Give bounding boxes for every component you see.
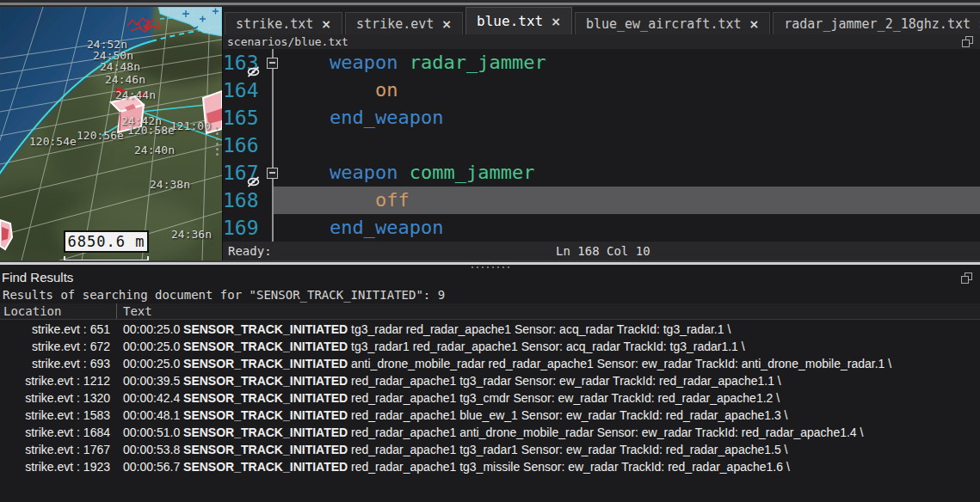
result-row[interactable]: strike.evt : 158300:00:48.1 SENSOR_TRACK… <box>0 407 980 424</box>
top-divider-bar <box>0 0 980 7</box>
map-grid-label: 120:56e <box>77 129 124 142</box>
breadcrumb-bar: scenarios/blue.txt <box>223 34 980 49</box>
code-line-text[interactable]: off <box>274 187 980 214</box>
code-line-166[interactable]: 166 <box>223 132 980 159</box>
editor-tab-blue-txt[interactable]: blue.txt× <box>465 7 572 34</box>
tab-close-icon[interactable]: × <box>749 18 760 30</box>
result-location: strike.evt : 693 <box>0 355 117 372</box>
map-grid-label: 24:48n <box>100 60 140 73</box>
line-number[interactable]: 168 <box>223 187 274 214</box>
line-number[interactable]: 163 <box>223 49 274 77</box>
result-text: 00:00:25.0 SENSOR_TRACK_INITIATED tg3_ra… <box>117 338 980 355</box>
result-text: 00:00:25.0 SENSOR_TRACK_INITIATED tg3_ra… <box>117 321 980 338</box>
result-row[interactable]: strike.evt : 168400:00:51.0 SENSOR_TRACK… <box>0 424 980 441</box>
map-grid-label: 121:00 <box>170 119 211 132</box>
tab-close-icon[interactable]: × <box>321 18 331 30</box>
tab-close-icon[interactable]: × <box>551 15 561 28</box>
map-scale-label: 6850.6 m <box>68 233 145 250</box>
code-line-text[interactable]: end_weapon <box>274 214 980 242</box>
result-location: strike.evt : 651 <box>0 321 117 338</box>
find-results-panel: Find Results Results of searching docume… <box>0 265 980 502</box>
result-row[interactable]: strike.evt : 176700:00:53.8 SENSOR_TRACK… <box>0 441 980 458</box>
result-location: strike.evt : 1320 <box>0 389 117 407</box>
line-number[interactable]: 167 <box>223 159 274 187</box>
float-panel-icon[interactable] <box>962 36 973 47</box>
tab-label: strike.txt <box>236 16 313 32</box>
application-window: 24:52n24:50n24:48n24:46n24:44n24:42n24:4… <box>0 0 980 502</box>
result-location: strike.evt : 672 <box>0 338 117 355</box>
column-header-text[interactable]: Text <box>117 303 152 319</box>
result-text: 00:00:48.1 SENSOR_TRACK_INITIATED red_ra… <box>117 407 980 424</box>
result-location: strike.evt : 1767 <box>0 441 117 458</box>
code-line-text[interactable]: end_weapon <box>274 104 980 132</box>
map-grid-label: 120:58e <box>127 124 175 137</box>
line-number[interactable]: 164 <box>223 77 274 104</box>
result-text: 00:00:56.7 SENSOR_TRACK_INITIATED red_ra… <box>117 458 980 475</box>
editor-statusbar: Ready: Ln 168 Col 10 <box>223 242 980 260</box>
result-row[interactable]: strike.evt : 67200:00:25.0 SENSOR_TRACK_… <box>0 338 980 355</box>
code-line-text[interactable] <box>274 132 980 159</box>
cursor-position-label: Ln 168 Col 10 <box>556 242 650 260</box>
result-location: strike.evt : 1684 <box>0 424 117 441</box>
results-table-header: Location Text <box>0 303 980 320</box>
editor-tab-blue-ew-aircraft-txt[interactable]: blue_ew_aircraft.txt× <box>575 12 770 34</box>
code-line-168[interactable]: 168 off <box>223 187 980 214</box>
line-number[interactable]: 165 <box>223 104 274 132</box>
tab-label: blue_ew_aircraft.txt <box>586 16 742 32</box>
map-grid-label: 24:36n <box>171 228 212 241</box>
column-header-location[interactable]: Location <box>0 303 117 319</box>
result-location: strike.evt : 1583 <box>0 407 117 424</box>
float-panel-icon[interactable] <box>961 272 972 284</box>
map-grid-label: 24:44n <box>115 89 156 101</box>
map-scale-indicator: 6850.6 m <box>64 230 149 253</box>
fold-collapse-icon[interactable] <box>267 58 278 69</box>
search-summary: Results of searching document for "SENSO… <box>3 288 445 302</box>
code-line-167[interactable]: 167 weapon comm_jammer <box>223 159 980 187</box>
map-viewport[interactable]: 24:52n24:50n24:48n24:46n24:44n24:42n24:4… <box>0 7 222 260</box>
map-grid-label: 24:40n <box>134 144 175 156</box>
code-line-164[interactable]: 164 on <box>223 77 980 104</box>
result-text: 00:00:39.5 SENSOR_TRACK_INITIATED red_ra… <box>117 372 980 389</box>
code-editor[interactable]: 163 weapon radar_jammer164 on165 end_wea… <box>223 49 980 242</box>
result-row[interactable]: strike.evt : 132000:00:42.4 SENSOR_TRACK… <box>0 389 980 407</box>
code-line-text[interactable]: weapon radar_jammer <box>274 49 980 77</box>
map-grid-label: 24:38n <box>150 178 190 191</box>
text-editor-panel: strike.txt×strike.evt×blue.txt×blue_ew_a… <box>222 7 980 260</box>
map-grid-label: 120:54e <box>29 135 77 148</box>
code-line-165[interactable]: 165 end_weapon <box>223 104 980 132</box>
results-table-body: strike.evt : 65100:00:25.0 SENSOR_TRACK_… <box>0 321 980 475</box>
result-text: 00:00:42.4 SENSOR_TRACK_INITIATED red_ra… <box>117 389 980 407</box>
top-divider-line <box>0 3 980 5</box>
tab-close-icon[interactable]: × <box>441 18 452 30</box>
editor-tab-radar-jammer-2-18ghz-txt[interactable]: radar_jammer_2_18ghz.txt× <box>773 12 980 34</box>
tab-label: radar_jammer_2_18ghz.txt <box>784 16 971 32</box>
find-results-title: Find Results <box>2 270 73 285</box>
editor-tab-strike-txt[interactable]: strike.txt× <box>225 12 342 34</box>
line-number[interactable]: 169 <box>223 214 274 242</box>
status-ready-label: Ready: <box>228 244 272 258</box>
result-text: 00:00:51.0 SENSOR_TRACK_INITIATED red_ra… <box>117 424 980 441</box>
result-location: strike.evt : 1923 <box>0 458 117 475</box>
code-line-163[interactable]: 163 weapon radar_jammer <box>223 49 980 77</box>
fold-collapse-icon[interactable] <box>267 168 278 179</box>
result-location: strike.evt : 1212 <box>0 372 117 389</box>
map-drag-handle[interactable] <box>216 127 219 156</box>
result-text: 00:00:25.0 SENSOR_TRACK_INITIATED anti_d… <box>117 355 980 372</box>
code-line-169[interactable]: 169 end_weapon <box>223 214 980 242</box>
editor-tabbar: strike.txt×strike.evt×blue.txt×blue_ew_a… <box>223 7 980 34</box>
result-row[interactable]: strike.evt : 192300:00:56.7 SENSOR_TRACK… <box>0 458 980 475</box>
map-grid-label: 24:46n <box>105 73 145 86</box>
tab-label: blue.txt <box>477 13 543 29</box>
breadcrumb: scenarios/blue.txt <box>227 35 348 48</box>
code-line-text[interactable]: on <box>274 77 980 104</box>
result-text: 00:00:53.8 SENSOR_TRACK_INITIATED red_ra… <box>117 441 980 458</box>
editor-tab-strike-evt[interactable]: strike.evt× <box>345 12 463 34</box>
results-drag-handle[interactable] <box>472 266 509 268</box>
tab-label: strike.evt <box>356 16 434 32</box>
line-number[interactable]: 166 <box>223 132 274 159</box>
result-row[interactable]: strike.evt : 69300:00:25.0 SENSOR_TRACK_… <box>0 355 980 372</box>
result-row[interactable]: strike.evt : 65100:00:25.0 SENSOR_TRACK_… <box>0 321 980 338</box>
result-row[interactable]: strike.evt : 121200:00:39.5 SENSOR_TRACK… <box>0 372 980 389</box>
code-line-text[interactable]: weapon comm_jammer <box>274 159 980 187</box>
